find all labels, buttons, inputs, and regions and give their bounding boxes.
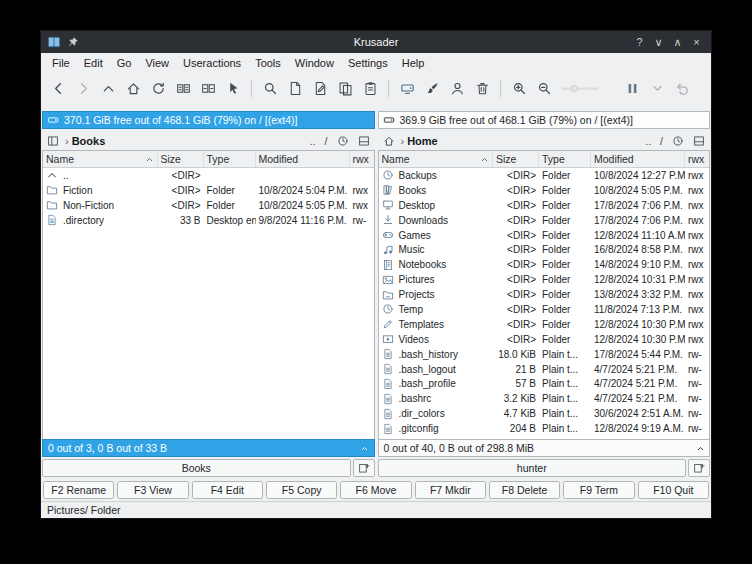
- toolbar-button-undo[interactable]: [670, 76, 694, 100]
- toolbar-button-up[interactable]: [96, 76, 120, 100]
- file-row-bashrc[interactable]: .bashrc 3.2 KiB Plain t... 4/7/2024 5:21…: [379, 391, 710, 406]
- toolbar-button-slider[interactable]: [557, 76, 603, 100]
- file-row-bash-profile[interactable]: .bash_profile 57 B Plain t... 4/7/2024 5…: [379, 376, 710, 391]
- toolbar-button-chevron-down[interactable]: [645, 76, 669, 100]
- toolbar-button-user[interactable]: [445, 76, 469, 100]
- file-row-templates[interactable]: Templates <DIR> Folder 12/8/2024 10:30 P…: [379, 317, 710, 332]
- menu-item-tools[interactable]: Tools: [248, 54, 288, 72]
- right-media-info-bar[interactable]: 369.9 GiB free out of 468.1 GiB (79%) on…: [378, 111, 711, 129]
- status-expand-button[interactable]: [356, 440, 374, 456]
- places-button[interactable]: [44, 132, 62, 149]
- fn-button-f9-term[interactable]: F9 Term: [563, 481, 634, 499]
- file-row-bash-history[interactable]: .bash_history 18.0 KiB Plain t... 17/8/2…: [379, 347, 710, 362]
- file-row-books[interactable]: Books <DIR> Folder 10/8/2024 5:05 P.M. r…: [379, 183, 710, 198]
- toolbar-button-refresh[interactable]: [146, 76, 170, 100]
- toolbar-button-back[interactable]: [46, 76, 70, 100]
- file-row-gitconfig[interactable]: .gitconfig 204 B Plain t... 12/8/2024 9:…: [379, 421, 710, 436]
- fn-button-f2-rename[interactable]: F2 Rename: [43, 481, 114, 499]
- toolbar-button-brush[interactable]: [420, 76, 444, 100]
- toolbar-button-search[interactable]: [258, 76, 282, 100]
- toolbar-button-view-file[interactable]: [283, 76, 307, 100]
- toolbar-button-pointer[interactable]: [221, 76, 245, 100]
- toolbar-button-copy[interactable]: [333, 76, 357, 100]
- app-icon[interactable]: [47, 35, 61, 49]
- popup-panel-button[interactable]: [690, 132, 708, 149]
- titlebar[interactable]: Krusader ? ∨ ∧ ×: [41, 31, 711, 53]
- pin-icon[interactable]: [67, 36, 79, 48]
- help-button[interactable]: ?: [631, 33, 648, 51]
- new-tab-button[interactable]: [688, 459, 710, 477]
- file-row-item[interactable]: .. <DIR>: [43, 168, 374, 183]
- dir-up-button[interactable]: ..: [307, 132, 319, 149]
- status-expand-button[interactable]: [691, 440, 709, 456]
- column-header-rwx[interactable]: rwx: [685, 151, 709, 167]
- dir-up-button[interactable]: ..: [642, 132, 654, 149]
- file-row-backups[interactable]: Backups <DIR> Folder 10/8/2024 12:27 P.M…: [379, 168, 710, 183]
- file-row-fiction[interactable]: Fiction <DIR> Folder 10/8/2024 5:04 P.M.…: [43, 183, 374, 198]
- toolbar-button-sync-directories[interactable]: [196, 76, 220, 100]
- fn-button-f6-move[interactable]: F6 Move: [340, 481, 411, 499]
- menu-item-edit[interactable]: Edit: [77, 54, 110, 72]
- menu-item-settings[interactable]: Settings: [341, 54, 395, 72]
- file-row-desktop[interactable]: Desktop <DIR> Folder 17/8/2024 7:06 P.M.…: [379, 198, 710, 213]
- column-header-type[interactable]: Type: [204, 151, 256, 167]
- maximize-button[interactable]: ∧: [669, 33, 686, 51]
- file-row-temp[interactable]: Temp <DIR> Folder 11/8/2024 7:13 P.M. rw…: [379, 302, 710, 317]
- left-media-info-bar[interactable]: 370.1 GiB free out of 468.1 GiB (79%) on…: [42, 111, 375, 129]
- column-header-type[interactable]: Type: [539, 151, 591, 167]
- column-header-size[interactable]: Size: [493, 151, 539, 167]
- column-header-size[interactable]: Size: [158, 151, 204, 167]
- close-button[interactable]: ×: [688, 33, 705, 51]
- toolbar-button-zoom-in[interactable]: [507, 76, 531, 100]
- toolbar-button-forward[interactable]: [71, 76, 95, 100]
- tab-hunter[interactable]: hunter: [378, 459, 687, 477]
- fn-button-f8-delete[interactable]: F8 Delete: [489, 481, 560, 499]
- toolbar-button-compare-directories[interactable]: [171, 76, 195, 100]
- new-tab-button[interactable]: [353, 459, 375, 477]
- file-row-videos[interactable]: Videos <DIR> Folder 12/8/2024 10:30 P.M.…: [379, 332, 710, 347]
- breadcrumb-path[interactable]: Books: [72, 135, 106, 147]
- file-row-projects[interactable]: Projects <DIR> Folder 13/8/2024 3:32 P.M…: [379, 287, 710, 302]
- popup-panel-button[interactable]: [355, 132, 373, 149]
- column-header-rwx[interactable]: rwx: [350, 151, 374, 167]
- breadcrumb-path[interactable]: Home: [407, 135, 438, 147]
- toolbar-button-trash[interactable]: [470, 76, 494, 100]
- file-row-non-fiction[interactable]: Non-Fiction <DIR> Folder 10/8/2024 5:05 …: [43, 198, 374, 213]
- history-button[interactable]: [334, 132, 352, 149]
- menu-item-view[interactable]: View: [138, 54, 176, 72]
- menu-item-file[interactable]: File: [45, 54, 77, 72]
- toolbar-button-home[interactable]: [121, 76, 145, 100]
- file-row-games[interactable]: Games <DIR> Folder 12/8/2024 11:10 A.M. …: [379, 228, 710, 243]
- root-button[interactable]: /: [322, 132, 331, 149]
- column-header-modified[interactable]: Modified: [256, 151, 350, 167]
- minimize-button[interactable]: ∨: [650, 33, 667, 51]
- fn-button-f10-quit[interactable]: F10 Quit: [638, 481, 709, 499]
- file-row-notebooks[interactable]: Notebooks <DIR> Folder 14/8/2024 9:10 P.…: [379, 257, 710, 272]
- file-row-directory[interactable]: .directory 33 B Desktop en... 9/8/2024 1…: [43, 213, 374, 228]
- fn-button-f3-view[interactable]: F3 View: [117, 481, 188, 499]
- toolbar-button-paste[interactable]: [358, 76, 382, 100]
- toolbar-button-edit-file[interactable]: [308, 76, 332, 100]
- toolbar-button-pause[interactable]: [620, 76, 644, 100]
- toolbar-button-device-menu[interactable]: [395, 76, 419, 100]
- column-header-name[interactable]: Name: [379, 151, 494, 167]
- file-row-pictures[interactable]: Pictures <DIR> Folder 12/8/2024 10:31 P.…: [379, 272, 710, 287]
- toolbar-button-zoom-out[interactable]: [532, 76, 556, 100]
- menu-item-window[interactable]: Window: [288, 54, 341, 72]
- tab-books[interactable]: Books: [42, 459, 351, 477]
- file-row-downloads[interactable]: Downloads <DIR> Folder 17/8/2024 7:06 P.…: [379, 213, 710, 228]
- fn-button-f7-mkdir[interactable]: F7 Mkdir: [415, 481, 486, 499]
- file-row-music[interactable]: Music <DIR> Folder 16/8/2024 8:58 P.M. r…: [379, 242, 710, 257]
- history-button[interactable]: [669, 132, 687, 149]
- fn-button-f4-edit[interactable]: F4 Edit: [192, 481, 263, 499]
- menu-item-go[interactable]: Go: [110, 54, 139, 72]
- menu-item-help[interactable]: Help: [395, 54, 432, 72]
- file-row-dir-colors[interactable]: .dir_colors 4.7 KiB Plain t... 30/6/2024…: [379, 406, 710, 421]
- file-row-bash-logout[interactable]: .bash_logout 21 B Plain t... 4/7/2024 5:…: [379, 362, 710, 377]
- column-header-modified[interactable]: Modified: [591, 151, 685, 167]
- root-button[interactable]: /: [657, 132, 666, 149]
- column-header-name[interactable]: Name: [43, 151, 158, 167]
- fn-button-f5-copy[interactable]: F5 Copy: [266, 481, 337, 499]
- menu-item-useractions[interactable]: Useractions: [176, 54, 248, 72]
- home-button[interactable]: [380, 132, 398, 149]
